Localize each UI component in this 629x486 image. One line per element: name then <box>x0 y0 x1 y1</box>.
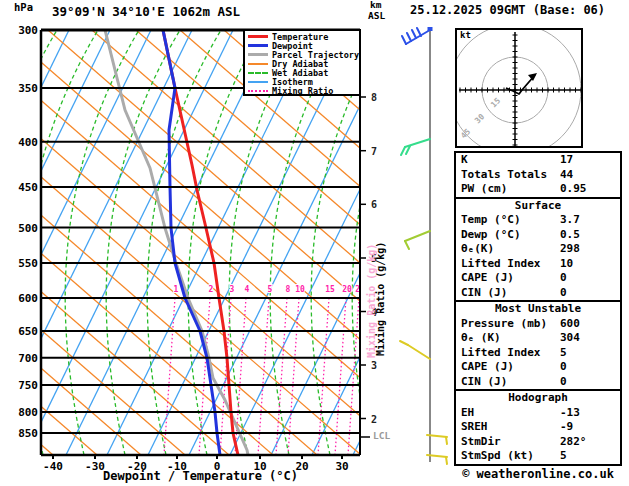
indices-row: CIN (J)0 <box>456 375 620 390</box>
wind-barb <box>446 457 447 464</box>
indices-row-value: 3.7 <box>560 213 580 228</box>
legend-swatch-dashed <box>248 72 268 74</box>
mixing-ratio-value-label: 3 <box>230 285 235 294</box>
wind-barb <box>446 437 447 444</box>
pressure-tick-label: 400 <box>18 136 38 149</box>
mixing-ratio-value-label: 15 <box>325 285 335 294</box>
indices-row-label: Temp (°C) <box>461 213 521 226</box>
dry-adiabat-line <box>0 30 97 455</box>
indices-row: Dewp (°C)0.5 <box>456 228 620 243</box>
indices-row: Lifted Index5 <box>456 346 620 361</box>
km-tick-label: 8 <box>371 92 377 103</box>
indices-row-value: -13 <box>560 406 580 421</box>
pressure-tick-label: 600 <box>18 292 38 305</box>
indices-row-label: CIN (J) <box>461 375 507 388</box>
indices-row: Pressure (mb)600 <box>456 317 620 332</box>
legend: TemperatureDewpointParcel TrajectoryDry … <box>243 29 361 96</box>
legend-item-label: Mixing Ratio <box>272 86 333 96</box>
indices-row-value: 298 <box>560 242 580 257</box>
indices-row-label: Totals Totals <box>461 168 547 181</box>
indices-section-title: Surface <box>456 199 620 214</box>
mixing-ratio-value-label: 5 <box>268 285 273 294</box>
mixing-ratio-line <box>258 298 269 455</box>
indices-row-value: 304 <box>560 331 580 346</box>
wind-barb <box>405 139 430 147</box>
hodograph-trace-arrow <box>528 73 537 81</box>
wind-barb <box>405 241 409 249</box>
indices-row-label: θₑ (K) <box>461 331 501 344</box>
wind-barb <box>407 33 411 41</box>
mixing-ratio-value-label: 2 <box>209 285 214 294</box>
legend-swatch-solid <box>248 63 268 65</box>
indices-row-value: -9 <box>560 420 573 435</box>
indices-row-label: StmSpd (kt) <box>461 449 534 462</box>
indices-row-value: 0 <box>560 271 567 286</box>
indices-row-value: 600 <box>560 317 580 332</box>
pressure-tick-label: 750 <box>18 379 38 392</box>
indices-row-value: 10 <box>560 257 573 272</box>
mixing-ratio-line <box>164 298 175 455</box>
indices-row-label: CIN (J) <box>461 286 507 299</box>
indices-section: Most UnstablePressure (mb)600θₑ (K)304Li… <box>456 300 620 389</box>
indices-row-value: 5 <box>560 346 567 361</box>
indices-row-value: 0.5 <box>560 228 580 243</box>
indices-row-value: 5 <box>560 449 567 464</box>
wind-barb <box>400 341 408 345</box>
indices-section: HodographEH-13SREH-9StmDir282°StmSpd (kt… <box>456 389 620 464</box>
wind-barb <box>401 147 405 155</box>
indices-section: SurfaceTemp (°C)3.7Dewp (°C)0.5θₑ(K)298L… <box>456 197 620 301</box>
indices-table: K17Totals Totals44PW (cm)0.95SurfaceTemp… <box>454 151 622 466</box>
pressure-tick-label: 800 <box>18 406 38 419</box>
indices-row: Lifted Index10 <box>456 257 620 272</box>
indices-row-label: EH <box>461 406 474 419</box>
indices-row: StmSpd (kt)5 <box>456 449 620 464</box>
pressure-tick-label: 500 <box>18 222 38 235</box>
wind-barb <box>412 30 416 38</box>
km-tick-label: 3 <box>371 360 377 371</box>
indices-row: PW (cm)0.95 <box>456 182 620 197</box>
indices-row: θₑ (K)304 <box>456 331 620 346</box>
hodograph-ring-label: 15 <box>489 96 502 109</box>
wind-barb <box>408 345 430 359</box>
hodograph-unit-label: kt <box>460 31 471 41</box>
indices-row-value: 17 <box>560 153 573 168</box>
indices-section-title: Most Unstable <box>456 302 620 317</box>
indices-row: θₑ(K)298 <box>456 242 620 257</box>
indices-row-label: StmDir <box>461 435 501 448</box>
pressure-tick-label: 300 <box>18 24 38 37</box>
credit: © weatheronline.co.uk <box>454 468 622 481</box>
indices-section-title: Hodograph <box>456 391 620 406</box>
indices-row-value: 0 <box>560 286 567 301</box>
skewt-sounding-app: hPa 39°09'N 34°10'E 1062m ASL km ASL 25.… <box>0 0 629 486</box>
hodograph-ring <box>455 28 581 148</box>
indices-row-value: 0 <box>560 375 567 390</box>
pressure-tick-label: 350 <box>18 82 38 95</box>
indices-row-label: Lifted Index <box>461 346 540 359</box>
indices-row: K17 <box>456 153 620 168</box>
wind-barb <box>402 36 406 44</box>
indices-row: CIN (J)0 <box>456 286 620 301</box>
legend-swatch-solid <box>248 53 268 56</box>
indices-row-label: SREH <box>461 420 488 433</box>
wind-barb <box>405 231 430 241</box>
indices-row-label: θₑ(K) <box>461 242 494 255</box>
indices-row: Totals Totals44 <box>456 168 620 183</box>
mixing-ratio-value-label: 4 <box>245 285 250 294</box>
indices-row: CAPE (J)0 <box>456 360 620 375</box>
isotherm-line <box>0 30 110 455</box>
indices-row: CAPE (J)0 <box>456 271 620 286</box>
indices-row-label: CAPE (J) <box>461 360 514 373</box>
indices-row-label: Dewp (°C) <box>461 228 521 241</box>
legend-item: Mixing Ratio <box>245 87 359 96</box>
indices-row-value: 0 <box>560 360 567 375</box>
mixing-ratio-value-label: 1 <box>174 285 179 294</box>
pressure-tick-label: 850 <box>18 427 38 440</box>
hodograph-ring-label: 30 <box>473 112 486 125</box>
indices-row-label: Lifted Index <box>461 257 540 270</box>
km-tick-label: 7 <box>371 146 377 157</box>
pressure-tick-label: 700 <box>18 352 38 365</box>
indices-row-label: Pressure (mb) <box>461 317 547 330</box>
indices-row: EH-13 <box>456 406 620 421</box>
dry-adiabat-line <box>0 30 9 455</box>
wet-adiabat-line <box>65 30 139 455</box>
